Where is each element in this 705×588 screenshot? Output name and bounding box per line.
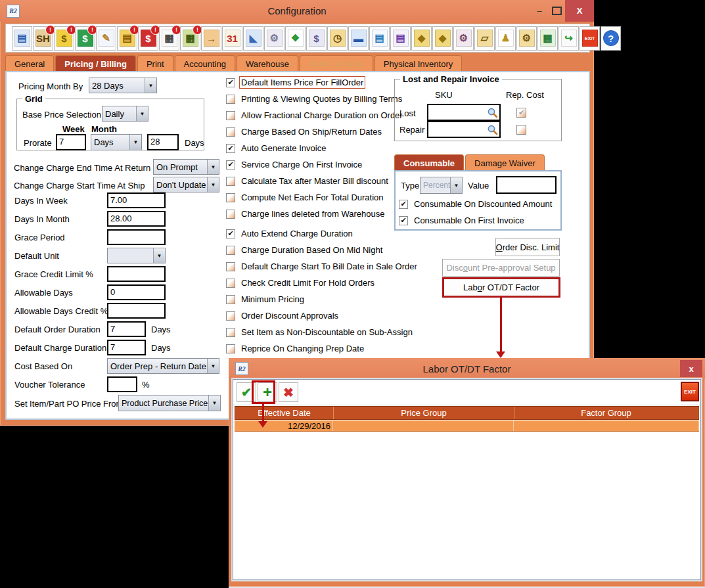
set-item-po-dropdown[interactable]: Product Purchase Price▼ [118, 395, 221, 411]
tab-accounting[interactable]: Accounting [175, 55, 235, 72]
column-header-factor-group[interactable]: Factor Group [514, 407, 698, 419]
minimize-button[interactable]: – [531, 4, 548, 18]
repair-rep-cost-checkbox[interactable] [516, 125, 526, 135]
checkbox[interactable] [226, 279, 235, 288]
close-button[interactable]: x [680, 360, 702, 377]
checkbox[interactable] [226, 311, 235, 321]
coins-icon[interactable]: $ ! [54, 26, 74, 51]
export-exchange-icon[interactable]: ↪ ! [558, 26, 579, 51]
table-row[interactable]: 12/29/2016 [235, 420, 699, 432]
voucher-tolerance-input[interactable] [107, 376, 137, 392]
title-bar[interactable]: R2 Configuration – X [0, 0, 594, 22]
shipping-docs-icon[interactable]: SH ! [33, 26, 53, 51]
default-charge-duration-input[interactable]: 7 [107, 340, 146, 355]
scanner-gear-icon[interactable]: ⚙ ! [453, 26, 474, 51]
password-field-icon[interactable]: ▬ ! [348, 26, 369, 51]
tab-physical-inventory[interactable]: Physical Inventory [375, 55, 463, 72]
checkbox[interactable] [226, 177, 235, 186]
value-input[interactable] [496, 176, 557, 194]
save-icon[interactable]: ▤ ! [12, 26, 32, 51]
cost-based-on-dropdown[interactable]: Order Prep - Return Date▼ [107, 358, 219, 374]
grace-period-input[interactable] [107, 229, 166, 245]
checkbox[interactable] [226, 246, 235, 255]
order-disc-limit-button[interactable]: Order Disc. Limit [495, 238, 560, 256]
tab-general[interactable]: General [5, 55, 54, 72]
checkbox[interactable] [226, 144, 235, 153]
payment-icon[interactable]: $ ! [138, 26, 158, 51]
checkbox[interactable] [226, 160, 235, 170]
order-form-icon[interactable]: ▤ ! [117, 26, 137, 51]
tab-consumable[interactable]: Consumable [394, 154, 464, 171]
tab-pricing-billing[interactable]: Pricing / Billing [55, 55, 136, 72]
chevron-down-icon[interactable]: ▼ [129, 135, 141, 150]
tab-multi-currency[interactable]: Multi Currency [300, 55, 373, 72]
allowable-days-input[interactable]: 0 [107, 284, 166, 300]
checkbox[interactable] [226, 111, 235, 120]
report-gear-icon[interactable]: ▦ ! [537, 26, 558, 51]
checkbox[interactable] [226, 229, 235, 238]
chevron-down-icon[interactable]: ▼ [207, 359, 219, 373]
checkbox[interactable] [399, 216, 408, 225]
days-in-week-input[interactable]: 7.00 [107, 192, 166, 208]
prorate-month-unit-dropdown[interactable]: Days▼ [91, 134, 142, 150]
checkbox[interactable] [226, 193, 235, 202]
exit-button[interactable]: EXIT [681, 382, 699, 401]
checkbox[interactable] [226, 328, 235, 337]
system-gears-icon[interactable]: ⚙ ! [264, 26, 284, 51]
labor-otdt-factor-button[interactable]: Labor OT/DT Factor [442, 277, 560, 298]
chevron-down-icon[interactable]: ▼ [136, 106, 148, 121]
change-end-dropdown[interactable]: On Prompt▼ [153, 159, 219, 175]
measurement-icon[interactable]: ◣ ! [243, 26, 263, 51]
tab-damage-waiver[interactable]: Damage Waiver [465, 154, 545, 171]
default-order-duration-input[interactable]: 7 [107, 321, 146, 337]
maximize-button[interactable] [548, 4, 565, 18]
title-bar[interactable]: R2 Labor OT/DT Factor x [229, 358, 705, 379]
grace-credit-limit-input[interactable] [107, 266, 166, 282]
chevron-down-icon[interactable]: ▼ [145, 78, 156, 93]
checkbox[interactable] [226, 295, 235, 304]
repair-sku-input[interactable] [427, 121, 501, 138]
chevron-down-icon[interactable]: ▼ [208, 396, 220, 411]
worksheet-icon[interactable]: ▦ ! [180, 26, 200, 51]
pricing-month-by-dropdown[interactable]: 28 Days▼ [89, 78, 157, 93]
price-tag-gear-icon[interactable]: $ ! [306, 26, 327, 51]
period-calendar-icon[interactable]: 31 ! [222, 26, 242, 51]
column-header-effective-date[interactable]: Effective Date [235, 407, 334, 419]
prorate-month-input[interactable]: 28 [147, 134, 179, 150]
exit-icon[interactable]: EXIT ! [580, 26, 600, 51]
prorate-week-input[interactable]: 7 [56, 134, 86, 150]
folder-notes-icon[interactable]: ▱ ! [474, 26, 495, 51]
history-folder-icon[interactable]: ◷ ! [327, 26, 348, 51]
chevron-down-icon[interactable]: ▼ [207, 177, 219, 192]
receive-transfer-icon[interactable]: → ! [201, 26, 221, 51]
search-icon[interactable] [487, 124, 498, 135]
components-icon[interactable]: ❖ ! [285, 26, 306, 51]
change-start-dropdown[interactable]: Don't Update▼ [153, 177, 219, 192]
award-setup-icon[interactable]: ♟ ! [495, 26, 516, 51]
close-button[interactable]: X [565, 0, 594, 22]
audit-shield-icon[interactable]: ◆ ! [411, 26, 432, 51]
delete-button[interactable]: ✖ [279, 382, 298, 402]
tab-print[interactable]: Print [137, 55, 173, 72]
checkbox[interactable] [226, 127, 235, 137]
column-header-price-group[interactable]: Price Group [334, 407, 514, 419]
invoice-icon[interactable]: $ ! [75, 26, 95, 51]
edit-document-icon[interactable]: ✎ ! [96, 26, 116, 51]
checkbox[interactable] [226, 344, 235, 353]
help-icon[interactable]: ? ! [601, 26, 621, 51]
checkbox[interactable] [226, 262, 235, 271]
folder-gear-icon[interactable]: ⚙ ! [516, 26, 537, 51]
checkbox[interactable] [226, 95, 235, 104]
checkbox[interactable] [226, 78, 235, 87]
base-price-selection-dropdown[interactable]: Daily▼ [102, 106, 148, 122]
checkbox[interactable] [399, 200, 408, 209]
lost-sku-input[interactable] [427, 104, 501, 121]
tab-warehouse[interactable]: Warehouse [237, 55, 298, 72]
timetable-icon[interactable]: ▦ ! [159, 26, 179, 51]
forward-document-icon[interactable]: ▤ ! [390, 26, 411, 51]
days-in-month-input[interactable]: 28.00 [107, 211, 166, 227]
allowable-days-credit-input[interactable] [107, 303, 166, 319]
user-shield-icon[interactable]: ◆ ! [432, 26, 453, 51]
chevron-down-icon[interactable]: ▼ [207, 160, 219, 174]
search-icon[interactable] [487, 107, 498, 118]
